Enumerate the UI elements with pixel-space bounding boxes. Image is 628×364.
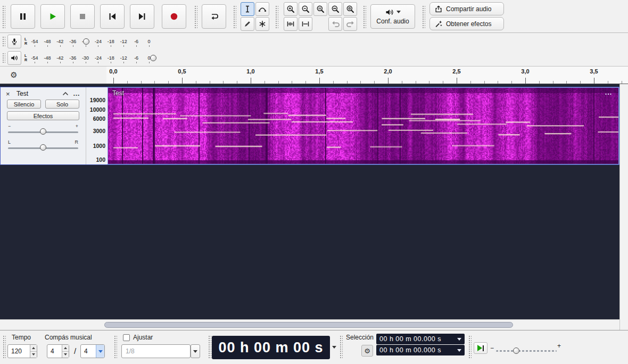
gear-icon: ⚙ — [364, 347, 370, 355]
zoom-project-button[interactable] — [328, 2, 342, 16]
time-signature-lower-value[interactable]: 4 — [81, 345, 96, 358]
play-button[interactable] — [40, 4, 65, 29]
playback-meter[interactable]: L R -54 -48 -42 -36 -30 -24 -18 -12 -6 0 — [21, 51, 155, 65]
selection-start-field[interactable]: 00 h 00 m 00.000 s — [376, 334, 465, 344]
step-up-icon[interactable] — [62, 345, 69, 352]
get-effects-button[interactable]: Obtener efectos — [429, 17, 504, 30]
play-at-speed-button[interactable] — [474, 342, 487, 354]
freq-label: 6000 — [93, 115, 105, 122]
frequency-ruler[interactable]: 19000 10000 6000 3000 1000 100 — [86, 87, 108, 164]
collapse-track-button[interactable] — [62, 92, 69, 96]
skip-to-end-button[interactable] — [130, 4, 154, 29]
pan-right-label: R — [75, 139, 79, 145]
selection-end-field[interactable]: 00 h 00 m 00.000 s — [376, 345, 465, 355]
step-down-icon[interactable] — [30, 352, 37, 358]
freq-label: 100 — [96, 156, 105, 163]
toolbar-grip[interactable] — [208, 335, 211, 358]
gain-slider[interactable]: − + — [7, 123, 79, 137]
silence-audio-button[interactable] — [299, 17, 312, 31]
toolbar-grip[interactable] — [2, 52, 5, 64]
recording-volume-slider[interactable] — [83, 38, 89, 45]
time-format-dropdown[interactable] — [332, 346, 336, 349]
toolbar-grip[interactable] — [362, 5, 366, 28]
toolbar-grip[interactable] — [2, 5, 5, 28]
speed-slider-thumb[interactable] — [513, 348, 519, 354]
recording-meter[interactable]: L R -54 -48 -42 -36 -30 -24 -18 -12 -6 0 — [21, 35, 155, 48]
playback-speed-slider[interactable] — [496, 350, 557, 352]
redo-button[interactable] — [343, 17, 357, 31]
pan-slider-thumb[interactable] — [40, 144, 46, 151]
timeline-ruler[interactable]: 0,0 0,5 1,0 1,5 2,0 2,5 3,0 3,5 — [106, 67, 628, 84]
chevron-down-icon[interactable] — [457, 349, 461, 352]
pencil-icon — [243, 20, 252, 28]
zoom-toggle-button[interactable] — [343, 2, 357, 16]
tempo-spinner[interactable]: 120 — [7, 344, 37, 358]
loop-button[interactable] — [202, 4, 226, 29]
track-close-button[interactable]: × — [6, 90, 13, 98]
zoom-in-button[interactable] — [284, 2, 298, 16]
toolbar-grip[interactable] — [422, 5, 425, 28]
record-meter-button[interactable] — [7, 35, 21, 48]
undo-icon — [331, 19, 340, 28]
track-menu-button[interactable]: … — [73, 92, 80, 95]
spectrogram[interactable] — [108, 88, 618, 164]
mute-button[interactable]: Silencio — [7, 100, 41, 109]
step-down-icon[interactable] — [62, 352, 69, 358]
snap-checkbox[interactable] — [123, 334, 130, 341]
record-button[interactable] — [162, 4, 186, 29]
toolbar-grip[interactable] — [339, 335, 343, 358]
envelope-tool-button[interactable] — [255, 2, 269, 16]
tempo-stepper[interactable] — [30, 345, 37, 358]
horizontal-scrollbar-thumb[interactable] — [104, 322, 513, 328]
gain-slider-thumb[interactable] — [40, 128, 46, 135]
effects-button[interactable]: Efectos — [7, 111, 79, 120]
timeline-left-panel: ⚙ — [0, 67, 106, 84]
chevron-down-icon[interactable] — [457, 338, 461, 341]
toolbar-grip[interactable] — [2, 335, 6, 358]
tempo-value[interactable]: 120 — [8, 345, 30, 358]
share-audio-button[interactable]: Compartir audio — [429, 2, 504, 15]
toolbar-grip[interactable] — [275, 5, 278, 28]
freq-label: 3000 — [93, 128, 105, 134]
undo-button[interactable] — [328, 17, 342, 31]
vertical-scrollbar[interactable] — [619, 84, 628, 330]
spectrogram-view[interactable]: Test … — [108, 87, 619, 164]
step-up-icon[interactable] — [30, 345, 37, 352]
pan-slider[interactable]: L R — [7, 139, 79, 153]
trim-audio-button[interactable] — [284, 17, 298, 31]
selection-tool-button[interactable] — [241, 2, 254, 16]
stop-button[interactable] — [70, 4, 95, 29]
snap-value-combo[interactable]: 1/8 — [121, 344, 191, 358]
toolbar-grip[interactable] — [113, 335, 117, 358]
time-signature-upper-spinner[interactable]: 4 — [47, 344, 69, 358]
pause-button[interactable] — [11, 4, 35, 29]
zoom-selection-button[interactable] — [313, 2, 327, 16]
toolbar-grip[interactable] — [194, 5, 197, 28]
time-signature-lower-select[interactable]: 4 — [80, 344, 105, 358]
playback-meter-button[interactable] — [7, 51, 21, 65]
toolbar-grip[interactable] — [2, 36, 5, 47]
toolbar-grip[interactable] — [468, 335, 472, 358]
spectrogram-menu-button[interactable]: … — [605, 88, 613, 96]
skip-to-start-button[interactable] — [100, 4, 125, 29]
timeline-options-button[interactable]: ⚙ — [7, 69, 20, 81]
zoom-out-button[interactable] — [299, 2, 312, 16]
playback-volume-slider[interactable] — [150, 55, 156, 61]
ruler-label: 1,5 — [315, 68, 323, 75]
snap-dropdown-button[interactable] — [191, 344, 200, 358]
solo-button[interactable]: Solo — [45, 100, 79, 109]
redo-icon — [346, 19, 355, 28]
time-signature-lower-dropdown[interactable] — [96, 345, 104, 358]
selection-start-value: 00 h 00 m 00.000 s — [379, 335, 441, 343]
time-signature-upper-value[interactable]: 4 — [47, 345, 62, 358]
toolbar-grip[interactable] — [233, 5, 236, 28]
selection-options-button[interactable]: ⚙ — [361, 345, 373, 357]
track-name[interactable]: Test — [16, 90, 62, 97]
draw-tool-button[interactable] — [241, 17, 254, 31]
multi-tool-button[interactable] — [255, 17, 269, 31]
audio-position-display[interactable]: 00 h 00 m 00 s — [212, 336, 330, 359]
audio-setup-button[interactable]: Conf. audio — [370, 4, 415, 29]
time-signature-stepper[interactable] — [62, 345, 69, 358]
track-workspace[interactable]: × Test … Silencio Solo Efectos − + — [0, 84, 619, 319]
horizontal-scrollbar[interactable] — [0, 319, 619, 330]
